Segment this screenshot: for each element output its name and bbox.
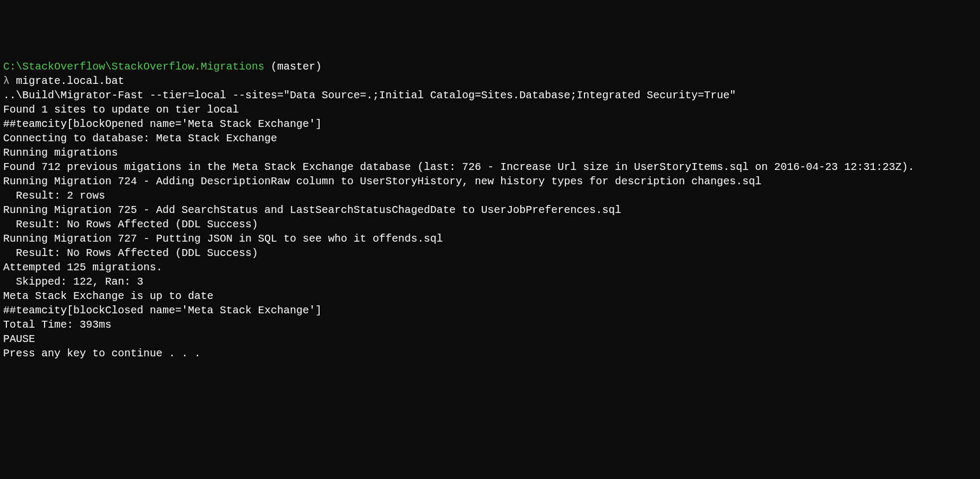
- output-line: Found 712 previous migations in the Meta…: [3, 160, 977, 174]
- output-line: Running Migration 724 - Adding Descripti…: [3, 174, 977, 189]
- output-line: Attempted 125 migrations.: [3, 260, 977, 275]
- output-line: ##teamcity[blockOpened name='Meta Stack …: [3, 117, 977, 131]
- prompt-path: C:\StackOverflow\StackOverflow.Migration…: [3, 61, 264, 73]
- prompt-branch: (master): [271, 61, 322, 73]
- prompt-line: C:\StackOverflow\StackOverflow.Migration…: [3, 59, 977, 74]
- output-line: Running Migration 725 - Add SearchStatus…: [3, 203, 977, 217]
- command-text: migrate.local.bat: [16, 75, 124, 87]
- command-line: λ migrate.local.bat: [3, 74, 977, 88]
- output-line: Found 1 sites to update on tier local: [3, 102, 977, 117]
- output-line: Running migrations: [3, 146, 977, 160]
- output-line: Skipped: 122, Ran: 3: [3, 275, 977, 289]
- output-line: Result: No Rows Affected (DDL Success): [3, 246, 977, 260]
- output-line: Result: 2 rows: [3, 189, 977, 203]
- output-line: PAUSE: [3, 332, 977, 346]
- output-line: Meta Stack Exchange is up to date: [3, 289, 977, 303]
- output-line: Result: No Rows Affected (DDL Success): [3, 217, 977, 232]
- output-line: Press any key to continue . . .: [3, 346, 977, 361]
- terminal-window[interactable]: C:\StackOverflow\StackOverflow.Migration…: [3, 59, 977, 361]
- output-line: ##teamcity[blockClosed name='Meta Stack …: [3, 303, 977, 318]
- output-line: Connecting to database: Meta Stack Excha…: [3, 131, 977, 146]
- output-line: ..\Build\Migrator-Fast --tier=local --si…: [3, 88, 977, 102]
- output-line: Total Time: 393ms: [3, 318, 977, 332]
- prompt-symbol: λ: [3, 75, 10, 87]
- output-line: Running Migration 727 - Putting JSON in …: [3, 232, 977, 246]
